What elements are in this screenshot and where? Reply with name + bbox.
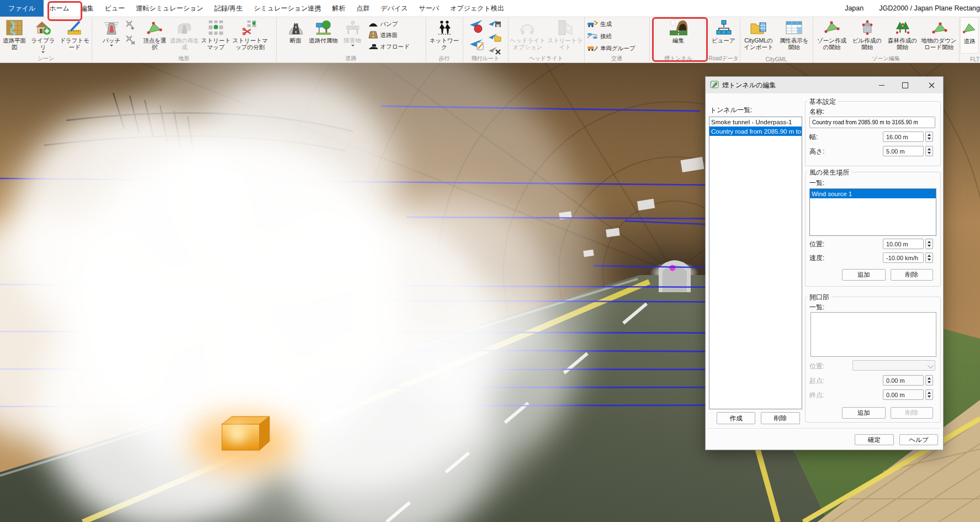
pedestrian-network-icon xyxy=(436,18,453,37)
tunnel-list-item[interactable]: Smoke tunnel - Underpass-1 xyxy=(709,117,802,126)
add-vertex-icon[interactable] xyxy=(125,19,140,33)
menu-analysis[interactable]: 解析 xyxy=(327,0,351,17)
building-create-button[interactable]: ビル作成の開始 xyxy=(850,17,884,50)
forest-create-button[interactable]: 森林作成の開始 xyxy=(886,17,920,50)
library-button[interactable]: ライブラリ xyxy=(29,17,57,55)
wind-position-label: 位置: xyxy=(809,240,824,249)
bump-label: バンプ xyxy=(380,20,398,28)
regenerate-road-label: 道路の再生成 xyxy=(169,37,200,50)
opening-remove-button: 削除 xyxy=(891,407,933,419)
wind-source-item-selected[interactable]: Wind source 1 xyxy=(810,189,936,198)
wind-position-spinner[interactable] xyxy=(925,239,933,249)
tunnel-name-input[interactable] xyxy=(809,117,935,128)
create-tunnel-button[interactable]: 作成 xyxy=(717,412,755,424)
maximize-button[interactable] xyxy=(894,77,915,93)
road-surface-button[interactable]: 道路面 xyxy=(367,30,399,40)
smoke-tunnel-edit-button[interactable]: 編集 xyxy=(654,17,703,44)
spin-up-icon[interactable] xyxy=(928,132,931,136)
spin-up-icon[interactable] xyxy=(928,239,931,243)
bump-button[interactable]: バンプ xyxy=(367,19,399,29)
vehicle-group-label: 車両グループ xyxy=(600,45,635,52)
patch-button[interactable]: パッチ xyxy=(99,17,124,48)
road-accessories-button[interactable]: 道路付属物 xyxy=(309,17,338,44)
height-field[interactable]: 5.00 m xyxy=(883,146,924,156)
street-map-button[interactable]: ストリートマップ xyxy=(201,17,231,50)
tunnel-list-item-selected[interactable]: Country road from 2085.90 m to 3 xyxy=(709,126,802,136)
network-button[interactable]: ネットワーク xyxy=(428,17,461,50)
spin-down-icon[interactable] xyxy=(928,152,931,156)
flight-edit-icon[interactable] xyxy=(469,38,485,53)
patch-dropdown-arrow[interactable] xyxy=(110,45,113,48)
menu-driving-sim[interactable]: 運転シミュレーション xyxy=(130,0,209,17)
offroad-button[interactable]: オフロード xyxy=(367,42,411,51)
opening-add-button[interactable]: 追加 xyxy=(842,407,886,419)
menu-edit[interactable]: 編集 xyxy=(75,0,99,17)
menu-device[interactable]: デバイス xyxy=(375,0,414,17)
menu-pointcloud[interactable]: 点群 xyxy=(351,0,375,17)
height-spinner[interactable] xyxy=(925,146,933,156)
wind-position-field[interactable]: 10.00 m xyxy=(883,239,924,249)
citygml-import-button[interactable]: CityGMLのインポート xyxy=(741,17,776,50)
spin-down-icon[interactable] xyxy=(928,245,931,249)
wind-speed-value: -10.00 km/h xyxy=(886,255,918,261)
vehicle-group-button[interactable]: 車両グループ xyxy=(586,44,637,54)
spin-down-icon[interactable] xyxy=(928,259,931,262)
flight-record-icon[interactable] xyxy=(469,19,485,36)
confirm-button[interactable]: 確定 xyxy=(855,434,894,445)
minimize-button[interactable] xyxy=(871,77,892,93)
spin-down-icon[interactable] xyxy=(928,138,931,141)
menu-object-detect[interactable]: オブジェクト検出 xyxy=(444,0,510,17)
menu-home[interactable]: ホーム xyxy=(44,0,75,17)
flight-save-icon[interactable] xyxy=(488,19,501,31)
spin-up-icon[interactable] xyxy=(928,146,931,150)
region-label: Japan xyxy=(845,4,864,12)
flt-road-icon xyxy=(962,19,977,38)
flight-open-icon[interactable] xyxy=(488,33,501,44)
feature-download-button[interactable]: 地物のダウンロード開始 xyxy=(921,17,957,50)
wind-speed-spinner[interactable] xyxy=(925,252,933,263)
zone-create-button[interactable]: ゾーン作成の開始 xyxy=(815,17,849,50)
wind-speed-field[interactable]: -10.00 km/h xyxy=(883,252,924,263)
feature-download-icon xyxy=(931,18,947,37)
flt-road-button[interactable]: 道路 xyxy=(960,17,979,54)
street-light-icon xyxy=(557,18,573,37)
tunnel-listbox[interactable]: Smoke tunnel - Underpass-1 Country road … xyxy=(709,117,802,409)
spin-up-icon[interactable] xyxy=(928,253,931,257)
help-button[interactable]: ヘルプ xyxy=(899,434,938,445)
traffic-generate-button[interactable]: 生成 xyxy=(586,19,613,29)
width-spinner[interactable] xyxy=(925,131,933,142)
spin-up-icon xyxy=(928,376,931,379)
smoke-tunnel-edit-icon xyxy=(669,18,688,37)
traffic-connect-button[interactable]: 接続 xyxy=(586,31,613,41)
menu-file[interactable]: ファイル xyxy=(0,0,44,17)
viewer-icon xyxy=(716,18,732,37)
create-tunnel-label: 作成 xyxy=(730,414,743,423)
road-plan-label: 道路平面図 xyxy=(1,37,28,50)
wind-remove-button[interactable]: 削除 xyxy=(891,269,933,281)
width-field[interactable]: 16.00 m xyxy=(883,131,924,142)
street-map-split-button[interactable]: ストリートマップの分割 xyxy=(232,17,268,50)
wind-add-button[interactable]: 追加 xyxy=(842,269,886,281)
group-label-flight-route: 飛行ルート xyxy=(463,55,508,62)
menu-server[interactable]: サーバ xyxy=(414,0,445,17)
opening-position-label: 位置: xyxy=(809,362,824,371)
dialog-title-bar[interactable]: 煙トンネルの編集 xyxy=(706,77,943,93)
delete-tunnel-label: 削除 xyxy=(774,414,787,423)
wind-source-listbox[interactable]: Wind source 1 xyxy=(809,188,936,236)
road-surface-label: 道路面 xyxy=(380,31,398,39)
attribute-display-button[interactable]: 属性表示を開始 xyxy=(777,17,811,50)
delete-vertex-icon[interactable] xyxy=(125,34,140,48)
menu-record-replay[interactable]: 記録/再生 xyxy=(209,0,248,17)
delete-tunnel-button[interactable]: 削除 xyxy=(761,412,800,424)
opening-listbox[interactable] xyxy=(811,312,936,357)
cross-section-button[interactable]: 断面 xyxy=(284,17,308,44)
traffic-connect-icon xyxy=(587,32,598,41)
select-vertices-button[interactable]: 頂点を選択 xyxy=(141,17,168,50)
close-button[interactable] xyxy=(921,77,942,93)
viewer-button[interactable]: ビューア xyxy=(709,17,739,44)
menu-sim-link[interactable]: シミュレーション連携 xyxy=(248,0,327,17)
draft-mode-button[interactable]: ドラフトモード xyxy=(59,17,91,50)
road-plan-button[interactable]: 道路平面図 xyxy=(1,17,28,50)
spin-up-icon xyxy=(928,390,931,394)
menu-view[interactable]: ビュー xyxy=(99,0,131,17)
